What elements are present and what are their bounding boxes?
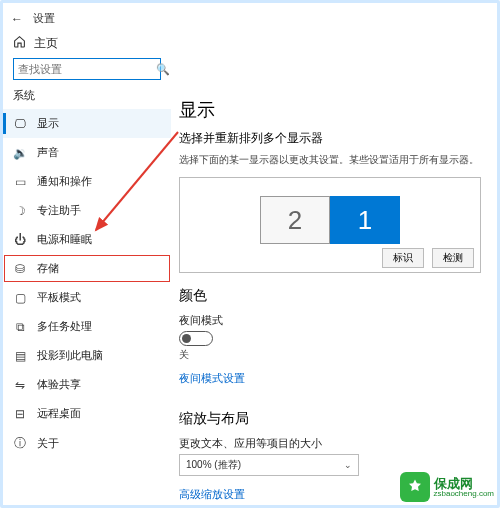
sidebar-item-notifications[interactable]: ▭通知和操作 bbox=[3, 167, 171, 196]
multitask-icon: ⧉ bbox=[13, 320, 27, 334]
monitor-arrangement[interactable]: 2 1 标识 检测 bbox=[179, 177, 481, 273]
about-icon: ⓘ bbox=[13, 435, 27, 452]
scale-label: 更改文本、应用等项目的大小 bbox=[179, 436, 481, 451]
sidebar-item-remote[interactable]: ⊟远程桌面 bbox=[3, 399, 171, 428]
notifications-icon: ▭ bbox=[13, 175, 27, 189]
tablet-icon: ▢ bbox=[13, 291, 27, 305]
search-icon: 🔍 bbox=[156, 63, 170, 76]
content-pane: 显示 选择并重新排列多个显示器 选择下面的某一显示器以更改其设置。某些设置适用于… bbox=[171, 88, 497, 505]
night-mode-state: 关 bbox=[179, 348, 481, 362]
project-icon: ▤ bbox=[13, 349, 27, 363]
watermark-url: zsbaocheng.com bbox=[434, 490, 494, 498]
night-mode-label: 夜间模式 bbox=[179, 313, 481, 328]
rearrange-heading: 选择并重新排列多个显示器 bbox=[179, 130, 481, 147]
home-label[interactable]: 主页 bbox=[34, 35, 58, 52]
watermark-title: 保成网 bbox=[434, 477, 494, 490]
watermark: 保成网 zsbaocheng.com bbox=[400, 472, 494, 502]
power-icon: ⏻ bbox=[13, 233, 27, 247]
sidebar-item-multitask[interactable]: ⧉多任务处理 bbox=[3, 312, 171, 341]
monitor-2[interactable]: 2 bbox=[260, 196, 330, 244]
page-title: 显示 bbox=[179, 98, 481, 122]
sidebar-item-projecting[interactable]: ▤投影到此电脑 bbox=[3, 341, 171, 370]
storage-icon: ⛁ bbox=[13, 262, 27, 276]
color-section-heading: 颜色 bbox=[179, 287, 481, 305]
home-icon[interactable] bbox=[13, 34, 26, 52]
sidebar-item-shared[interactable]: ⇋体验共享 bbox=[3, 370, 171, 399]
identify-button[interactable]: 标识 bbox=[382, 248, 424, 268]
sidebar-item-power[interactable]: ⏻电源和睡眠 bbox=[3, 225, 171, 254]
night-mode-toggle[interactable] bbox=[179, 331, 213, 346]
watermark-logo-icon bbox=[400, 472, 430, 502]
sidebar-item-display[interactable]: 🖵显示 bbox=[3, 109, 171, 138]
window-title: 设置 bbox=[33, 11, 55, 26]
sidebar-item-tablet[interactable]: ▢平板模式 bbox=[3, 283, 171, 312]
sidebar-item-storage[interactable]: ⛁存储 bbox=[3, 254, 171, 283]
remote-icon: ⊟ bbox=[13, 407, 27, 421]
sidebar-item-about[interactable]: ⓘ关于 bbox=[3, 428, 171, 459]
back-arrow-icon[interactable]: ← bbox=[11, 12, 23, 26]
advanced-scale-link[interactable]: 高级缩放设置 bbox=[179, 487, 245, 502]
scale-section-heading: 缩放与布局 bbox=[179, 410, 481, 428]
sidebar-item-sound[interactable]: 🔉声音 bbox=[3, 138, 171, 167]
night-mode-settings-link[interactable]: 夜间模式设置 bbox=[179, 371, 245, 386]
sidebar: 系统 🖵显示 🔉声音 ▭通知和操作 ☽专注助手 ⏻电源和睡眠 ⛁存储 ▢平板模式… bbox=[3, 88, 171, 505]
search-input[interactable]: 🔍 bbox=[13, 58, 161, 80]
sound-icon: 🔉 bbox=[13, 146, 27, 160]
sidebar-section: 系统 bbox=[3, 88, 171, 109]
shared-icon: ⇋ bbox=[13, 378, 27, 392]
focus-icon: ☽ bbox=[13, 204, 27, 218]
rearrange-desc: 选择下面的某一显示器以更改其设置。某些设置适用于所有显示器。 bbox=[179, 153, 481, 167]
display-icon: 🖵 bbox=[13, 117, 27, 131]
detect-button[interactable]: 检测 bbox=[432, 248, 474, 268]
sidebar-item-focus[interactable]: ☽专注助手 bbox=[3, 196, 171, 225]
scale-dropdown[interactable]: 100% (推荐)⌄ bbox=[179, 454, 359, 476]
monitor-1[interactable]: 1 bbox=[330, 196, 400, 244]
chevron-down-icon: ⌄ bbox=[344, 460, 352, 470]
